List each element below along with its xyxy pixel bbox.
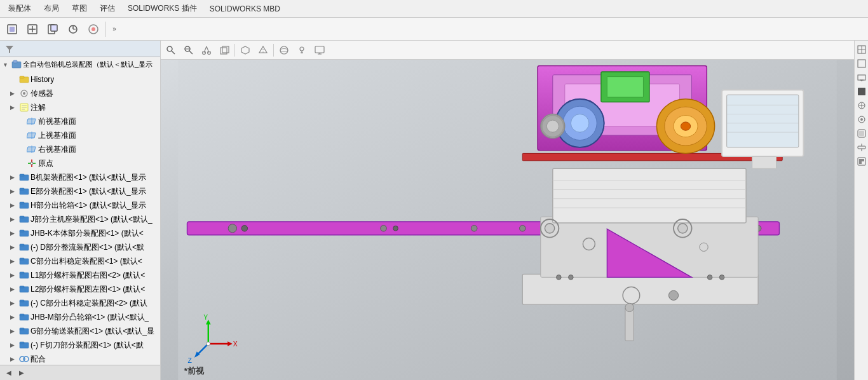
menu-sw-plugins[interactable]: SOLIDWORKS 插件 — [122, 1, 203, 16]
tree-item-j1[interactable]: ▶J部分主机座装配图<1> (默认<默认_ — [0, 212, 160, 226]
tree-item-label: 上视基准面 — [38, 130, 76, 141]
svg-rect-130 — [752, 156, 776, 168]
svg-rect-14 — [13, 60, 17, 63]
tree-item-history[interactable]: History — [0, 72, 160, 86]
tree-item-c2[interactable]: ▶(-) C部分出料稳定装配图<2> (默认 — [0, 296, 160, 310]
svg-point-75 — [300, 47, 304, 51]
tree-item-l1r[interactable]: ▶L1部分螺杆装配图右图<2> (默认< — [0, 268, 160, 282]
rt-btn-5[interactable] — [855, 99, 868, 112]
tree-item-notes[interactable]: ▶注解 — [0, 100, 160, 114]
rt-btn-9[interactable] — [855, 155, 868, 168]
tree-root-node[interactable]: ▼ 全自动包馅机总装配图（默认＜默认_显示 — [0, 57, 160, 72]
svg-rect-16 — [20, 76, 24, 78]
menu-sketch[interactable]: 草图 — [66, 1, 93, 16]
toolbar-btn-2[interactable] — [23, 20, 42, 38]
toolbar-btn-5[interactable] — [84, 20, 103, 38]
main-layout: ▼ 全自动包馅机总装配图（默认＜默认_显示 History▶传感器▶注解前视基准… — [0, 41, 868, 380]
svg-rect-165 — [858, 146, 865, 149]
svg-point-106 — [625, 303, 634, 311]
nav-back-btn[interactable]: ◀ — [3, 367, 15, 379]
vt-box-btn[interactable] — [217, 43, 232, 58]
svg-rect-6 — [51, 25, 57, 31]
vt-view-btn[interactable] — [255, 43, 271, 58]
svg-point-60 — [167, 46, 172, 51]
rt-btn-2[interactable] — [855, 57, 868, 70]
vt-3d-btn[interactable] — [238, 43, 253, 58]
tree-item-front[interactable]: 前视基准面 — [0, 114, 160, 128]
svg-point-83 — [228, 224, 236, 233]
toolbar-expand-btn[interactable]: » — [109, 20, 120, 38]
svg-rect-153 — [858, 60, 865, 67]
menu-evaluate[interactable]: 评估 — [94, 1, 121, 16]
tree-item-arrow: ▶ — [10, 174, 19, 180]
svg-rect-37 — [20, 202, 24, 204]
rt-btn-6[interactable] — [855, 113, 868, 126]
tree-item-f1[interactable]: ▶(-) F切刀部分装配图<1> (默认<默 — [0, 338, 160, 352]
svg-point-73 — [280, 46, 288, 54]
tree-item-origin[interactable]: 原点 — [0, 156, 160, 170]
vt-display-btn[interactable] — [312, 43, 327, 58]
vt-search-btn[interactable] — [163, 43, 179, 58]
filter-btn[interactable] — [3, 43, 17, 55]
tree-item-jhbk[interactable]: ▶JHB-K本体部分装配图<1> (默认< — [0, 226, 160, 240]
rt-btn-3[interactable] — [855, 71, 868, 84]
tree-item-l2l[interactable]: ▶L2部分螺杆装配图左图<1> (默认< — [0, 282, 160, 296]
tree-items-container: History▶传感器▶注解前视基准面上视基准面右视基准面原点▶B机架装配图<1… — [0, 72, 160, 365]
vt-sep2 — [273, 44, 274, 57]
svg-point-87 — [471, 226, 477, 232]
svg-rect-164 — [859, 131, 864, 136]
tree-item-g1[interactable]: ▶G部分输送装配图<1> (默认<默认_显 — [0, 324, 160, 338]
tree-item-arrow: ▶ — [10, 244, 19, 250]
tree-item-icon-jhbk — [19, 228, 29, 238]
rt-btn-4[interactable] — [855, 85, 868, 98]
nav-fwd-btn[interactable]: ▶ — [15, 367, 28, 379]
tree-item-h1[interactable]: ▶H部分出轮箱<1> (默认<默认_显示 — [0, 198, 160, 212]
tree-item-arrow: ▶ — [10, 104, 19, 111]
tree-item-label: B机架装配图<1> (默认<默认_显示 — [31, 172, 146, 183]
menu-sw-mbd[interactable]: SOLIDWORKS MBD — [204, 3, 286, 15]
tree-item-right[interactable]: 右视基准面 — [0, 142, 160, 156]
rt-btn-7[interactable] — [855, 127, 868, 140]
tree-item-arrow: ▶ — [10, 90, 19, 97]
rt-btn-8[interactable] — [855, 141, 868, 154]
tree-item-match[interactable]: ▶配合 — [0, 352, 160, 365]
tree-item-icon-notes — [19, 102, 29, 112]
svg-point-133 — [707, 275, 712, 280]
tree-item-icon-g1 — [19, 326, 29, 336]
svg-rect-33 — [20, 174, 24, 176]
right-toolbar — [854, 41, 868, 380]
toolbar-btn-1[interactable] — [3, 20, 22, 38]
svg-text:*前视: *前视 — [184, 366, 205, 376]
toolbar-btn-3[interactable] — [43, 20, 62, 38]
svg-text:X: X — [233, 341, 238, 348]
tree-item-sensors[interactable]: ▶传感器 — [0, 86, 160, 100]
tree-item-top[interactable]: 上视基准面 — [0, 128, 160, 142]
svg-point-162 — [860, 118, 863, 121]
tree-item-jhbm[interactable]: ▶JHB-M部分凸轮箱<1> (默认<默认_ — [0, 310, 160, 324]
tree-item-e1[interactable]: ▶E部分装配图<1> (默认<默认_显示 — [0, 184, 160, 198]
viewport-canvas[interactable]: Y X Z *前视 — [161, 60, 854, 380]
tree-item-c1[interactable]: ▶C部分出料稳定装配图<1> (默认< — [0, 254, 160, 268]
tree-item-icon-origin — [27, 158, 37, 168]
tree-item-arrow: ▶ — [10, 328, 19, 334]
tree-item-arrow: ▶ — [10, 230, 19, 236]
rt-btn-1[interactable] — [855, 43, 868, 56]
svg-point-11 — [92, 27, 95, 31]
tree-item-d1[interactable]: ▶(-) D部分整流装配图<1> (默认<默 — [0, 240, 160, 254]
vt-search2-btn[interactable] — [181, 43, 196, 58]
vt-sphere-btn[interactable] — [276, 43, 292, 58]
toolbar-btn-4[interactable] — [64, 20, 83, 38]
svg-point-84 — [241, 226, 248, 232]
menu-assembly[interactable]: 装配体 — [3, 1, 37, 16]
svg-marker-25 — [27, 133, 36, 138]
tree-item-label: G部分输送装配图<1> (默认<默认_显 — [31, 326, 154, 337]
menu-layout[interactable]: 布局 — [38, 1, 65, 16]
svg-rect-96 — [553, 168, 746, 223]
main-toolbar: » — [0, 18, 868, 41]
tree-item-label: 注解 — [31, 102, 46, 113]
vt-light-btn[interactable] — [294, 43, 309, 58]
vt-cut-btn[interactable] — [199, 43, 214, 58]
tree-item-label: 传感器 — [31, 88, 53, 99]
tree-item-icon-d1 — [19, 242, 29, 252]
tree-item-b1[interactable]: ▶B机架装配图<1> (默认<默认_显示 — [0, 170, 160, 184]
